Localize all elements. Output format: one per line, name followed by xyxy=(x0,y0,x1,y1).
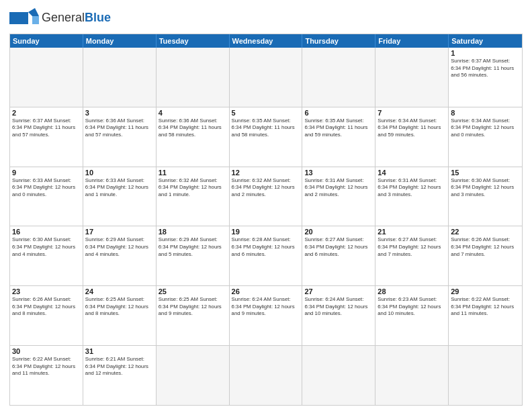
day-info-16: Sunrise: 6:30 AM Sunset: 6:34 PM Dayligh… xyxy=(12,236,81,258)
cell-29: 29Sunrise: 6:22 AM Sunset: 6:34 PM Dayli… xyxy=(449,286,522,345)
day-info-17: Sunrise: 6:29 AM Sunset: 6:34 PM Dayligh… xyxy=(85,236,154,258)
svg-marker-1 xyxy=(28,8,39,16)
day-info-29: Sunrise: 6:22 AM Sunset: 6:34 PM Dayligh… xyxy=(451,296,520,318)
cell-5: 5Sunrise: 6:35 AM Sunset: 6:34 PM Daylig… xyxy=(230,107,303,167)
day-num-11: 11 xyxy=(159,169,227,177)
cell-23: 23Sunrise: 6:26 AM Sunset: 6:34 PM Dayli… xyxy=(10,286,83,345)
cell-19: 19Sunrise: 6:28 AM Sunset: 6:34 PM Dayli… xyxy=(230,226,303,285)
day-num-26: 26 xyxy=(232,287,300,295)
header-monday: Monday xyxy=(83,34,157,48)
cell-empty-5-6 xyxy=(449,346,522,405)
cell-13: 13Sunrise: 6:31 AM Sunset: 6:34 PM Dayli… xyxy=(302,167,375,226)
cell-16: 16Sunrise: 6:30 AM Sunset: 6:34 PM Dayli… xyxy=(10,226,83,285)
header-saturday: Saturday xyxy=(449,34,522,48)
cell-empty-5-5 xyxy=(375,346,449,405)
cell-26: 26Sunrise: 6:24 AM Sunset: 6:34 PM Dayli… xyxy=(230,286,303,345)
day-num-5: 5 xyxy=(232,109,300,117)
day-info-19: Sunrise: 6:28 AM Sunset: 6:34 PM Dayligh… xyxy=(232,236,300,258)
cell-30: 30Sunrise: 6:22 AM Sunset: 6:34 PM Dayli… xyxy=(10,346,83,405)
logo-blue-text: Blue xyxy=(85,11,111,24)
header-wednesday: Wednesday xyxy=(230,34,303,48)
day-num-13: 13 xyxy=(304,169,373,177)
day-num-6: 6 xyxy=(304,109,373,117)
day-num-25: 25 xyxy=(159,287,227,295)
cal-row-5: 30Sunrise: 6:22 AM Sunset: 6:34 PM Dayli… xyxy=(10,345,522,405)
day-info-4: Sunrise: 6:36 AM Sunset: 6:34 PM Dayligh… xyxy=(159,118,227,139)
day-info-25: Sunrise: 6:25 AM Sunset: 6:34 PM Dayligh… xyxy=(159,296,227,318)
day-num-4: 4 xyxy=(159,109,227,117)
cell-3: 3Sunrise: 6:36 AM Sunset: 6:34 PM Daylig… xyxy=(83,107,157,167)
cell-empty-0-5 xyxy=(375,48,449,107)
cell-4: 4Sunrise: 6:36 AM Sunset: 6:34 PM Daylig… xyxy=(157,107,230,167)
day-info-13: Sunrise: 6:31 AM Sunset: 6:34 PM Dayligh… xyxy=(304,177,373,199)
cell-empty-0-4 xyxy=(302,48,375,107)
day-info-9: Sunrise: 6:33 AM Sunset: 6:34 PM Dayligh… xyxy=(12,177,81,199)
cell-24: 24Sunrise: 6:25 AM Sunset: 6:34 PM Dayli… xyxy=(83,286,157,345)
day-num-2: 2 xyxy=(12,109,81,117)
day-info-11: Sunrise: 6:32 AM Sunset: 6:34 PM Dayligh… xyxy=(159,177,227,199)
cell-15: 15Sunrise: 6:30 AM Sunset: 6:34 PM Dayli… xyxy=(449,167,522,226)
logo-general-text: General xyxy=(42,11,85,24)
day-num-1: 1 xyxy=(451,49,520,57)
cell-18: 18Sunrise: 6:29 AM Sunset: 6:34 PM Dayli… xyxy=(157,226,230,285)
day-num-18: 18 xyxy=(159,228,227,236)
cell-22: 22Sunrise: 6:26 AM Sunset: 6:34 PM Dayli… xyxy=(449,226,522,285)
cal-row-4: 23Sunrise: 6:26 AM Sunset: 6:34 PM Dayli… xyxy=(10,285,522,345)
day-num-10: 10 xyxy=(85,169,154,177)
day-info-23: Sunrise: 6:26 AM Sunset: 6:34 PM Dayligh… xyxy=(12,296,81,318)
calendar: SundayMondayTuesdayWednesdayThursdayFrid… xyxy=(9,34,523,406)
day-info-1: Sunrise: 6:37 AM Sunset: 6:34 PM Dayligh… xyxy=(451,58,520,79)
svg-marker-2 xyxy=(32,16,39,24)
day-num-16: 16 xyxy=(12,228,81,236)
day-num-22: 22 xyxy=(451,228,520,236)
header-tuesday: Tuesday xyxy=(157,34,230,48)
day-num-21: 21 xyxy=(378,228,446,236)
day-num-31: 31 xyxy=(85,347,154,355)
cal-row-3: 16Sunrise: 6:30 AM Sunset: 6:34 PM Dayli… xyxy=(10,226,522,285)
header-thursday: Thursday xyxy=(302,34,375,48)
day-num-19: 19 xyxy=(232,228,300,236)
day-info-28: Sunrise: 6:23 AM Sunset: 6:34 PM Dayligh… xyxy=(378,296,446,318)
cell-12: 12Sunrise: 6:32 AM Sunset: 6:34 PM Dayli… xyxy=(230,167,303,226)
cell-7: 7Sunrise: 6:34 AM Sunset: 6:34 PM Daylig… xyxy=(375,107,449,167)
day-num-9: 9 xyxy=(12,169,81,177)
logo-text: GeneralBlue xyxy=(42,11,111,25)
cell-9: 9Sunrise: 6:33 AM Sunset: 6:34 PM Daylig… xyxy=(10,167,83,226)
day-num-23: 23 xyxy=(12,287,81,295)
cal-row-0: 1Sunrise: 6:37 AM Sunset: 6:34 PM Daylig… xyxy=(10,48,522,107)
cal-row-1: 2Sunrise: 6:37 AM Sunset: 6:34 PM Daylig… xyxy=(10,107,522,167)
day-num-28: 28 xyxy=(378,287,446,295)
logo: GeneralBlue xyxy=(9,7,111,30)
day-info-2: Sunrise: 6:37 AM Sunset: 6:34 PM Dayligh… xyxy=(12,118,81,139)
day-info-22: Sunrise: 6:26 AM Sunset: 6:34 PM Dayligh… xyxy=(451,236,520,258)
day-num-24: 24 xyxy=(85,287,154,295)
calendar-header: SundayMondayTuesdayWednesdayThursdayFrid… xyxy=(10,34,522,48)
calendar-body: 1Sunrise: 6:37 AM Sunset: 6:34 PM Daylig… xyxy=(10,48,522,405)
cell-31: 31Sunrise: 6:21 AM Sunset: 6:34 PM Dayli… xyxy=(83,346,157,405)
day-num-3: 3 xyxy=(85,109,154,117)
cell-empty-5-3 xyxy=(230,346,303,405)
day-num-29: 29 xyxy=(451,287,520,295)
day-info-24: Sunrise: 6:25 AM Sunset: 6:34 PM Dayligh… xyxy=(85,296,154,318)
page: GeneralBlue SundayMondayTuesdayWednesday… xyxy=(0,0,532,411)
cell-8: 8Sunrise: 6:34 AM Sunset: 6:34 PM Daylig… xyxy=(449,107,522,167)
cell-17: 17Sunrise: 6:29 AM Sunset: 6:34 PM Dayli… xyxy=(83,226,157,285)
day-num-8: 8 xyxy=(451,109,520,117)
day-num-27: 27 xyxy=(304,287,373,295)
day-info-3: Sunrise: 6:36 AM Sunset: 6:34 PM Dayligh… xyxy=(85,118,154,139)
logo-svg xyxy=(9,7,39,30)
day-num-20: 20 xyxy=(304,228,373,236)
cell-1: 1Sunrise: 6:37 AM Sunset: 6:34 PM Daylig… xyxy=(449,48,522,107)
cell-11: 11Sunrise: 6:32 AM Sunset: 6:34 PM Dayli… xyxy=(157,167,230,226)
header-sunday: Sunday xyxy=(10,34,83,48)
cell-28: 28Sunrise: 6:23 AM Sunset: 6:34 PM Dayli… xyxy=(375,286,449,345)
cell-empty-0-1 xyxy=(83,48,157,107)
cell-14: 14Sunrise: 6:31 AM Sunset: 6:34 PM Dayli… xyxy=(375,167,449,226)
cell-empty-0-2 xyxy=(157,48,230,107)
cal-row-2: 9Sunrise: 6:33 AM Sunset: 6:34 PM Daylig… xyxy=(10,167,522,226)
day-num-7: 7 xyxy=(378,109,446,117)
cell-empty-5-2 xyxy=(157,346,230,405)
day-info-21: Sunrise: 6:27 AM Sunset: 6:34 PM Dayligh… xyxy=(378,236,446,258)
cell-empty-0-3 xyxy=(230,48,303,107)
day-num-30: 30 xyxy=(12,347,81,355)
